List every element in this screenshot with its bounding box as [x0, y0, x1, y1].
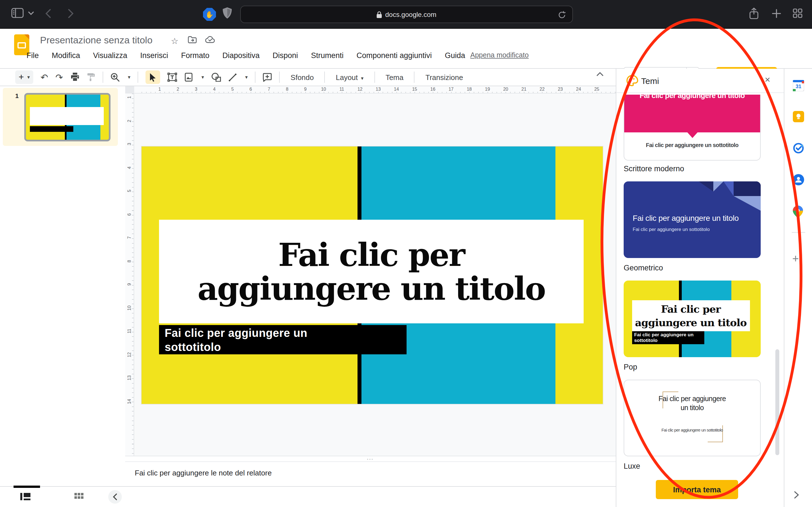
svg-text:31: 31: [796, 83, 801, 89]
ruler-number: 23: [551, 86, 569, 93]
maps-icon[interactable]: [793, 206, 804, 217]
import-theme-button[interactable]: Importa tema: [656, 480, 738, 499]
background-button[interactable]: Sfondo: [287, 73, 317, 81]
theme-button[interactable]: Tema: [382, 73, 407, 81]
caret-down-icon: ▾: [361, 75, 363, 81]
keep-icon[interactable]: [793, 111, 804, 122]
slide-number: 1: [15, 93, 18, 99]
collapse-toolbar-icon[interactable]: [597, 72, 603, 76]
paint-format-icon: [87, 73, 95, 82]
panel-scrollbar[interactable]: [775, 349, 779, 455]
transition-button[interactable]: Transizione: [422, 73, 466, 81]
slide-editor[interactable]: Fai clic per aggiungere un titolo Fai cl…: [142, 147, 603, 404]
ruler-number: 7: [125, 233, 134, 242]
forward-icon[interactable]: [68, 8, 74, 18]
document-title[interactable]: Presentazione senza titolo: [40, 35, 153, 46]
ruler-number: 9: [296, 86, 315, 93]
last-modified-link[interactable]: Appena modificato: [470, 51, 529, 59]
themes-panel-title: Temi: [641, 76, 659, 86]
theme-card-scrittore-moderno[interactable]: Fai clic per aggiungere un titolo Fai cl…: [624, 95, 761, 161]
slide-thumbnail-row[interactable]: 1: [3, 88, 118, 146]
menu-guida[interactable]: Guida: [445, 51, 465, 60]
address-url: docs.google.com: [385, 10, 436, 18]
speaker-notes[interactable]: Fai clic per aggiungere le note del rela…: [125, 461, 616, 486]
add-addon-icon[interactable]: +: [792, 252, 799, 265]
expand-panel-icon[interactable]: [794, 491, 799, 499]
ruler-number: 14: [388, 86, 406, 93]
new-tab-icon[interactable]: [772, 9, 781, 18]
ruler-number: 12: [125, 350, 134, 359]
slide-title-placeholder[interactable]: Fai clic per aggiungere un titolo: [159, 220, 583, 323]
menu-modifica[interactable]: Modifica: [52, 51, 80, 60]
theme-card-pop[interactable]: Fai clic per aggiungere un titolo Fai cl…: [624, 281, 761, 357]
active-view-indicator: [13, 486, 40, 488]
close-panel-icon[interactable]: ×: [765, 74, 770, 86]
menu-inserisci[interactable]: Inserisci: [140, 51, 168, 60]
menu-componenti-aggiuntivi[interactable]: Componenti aggiuntivi: [356, 51, 432, 60]
grid-view-icon[interactable]: [74, 493, 84, 499]
cloud-saved-icon[interactable]: [205, 36, 215, 43]
ruler-number: 21: [515, 86, 533, 93]
shield-extension-icon[interactable]: [223, 7, 232, 18]
tasks-icon[interactable]: [793, 143, 804, 154]
ruler-number: 10: [125, 304, 134, 312]
zoom-dropdown-caret[interactable]: ▾: [128, 74, 130, 80]
ruler-number: 4: [205, 86, 223, 93]
slide-filmstrip: 1: [0, 86, 125, 486]
menu-file[interactable]: File: [27, 51, 39, 60]
sidebar-toggle-icon[interactable]: [11, 8, 24, 18]
menu-diapositiva[interactable]: Diapositiva: [222, 51, 260, 60]
ruler-number: 10: [314, 86, 333, 93]
image-dropdown-caret[interactable]: ▾: [201, 74, 204, 80]
ruler-number: 8: [125, 257, 134, 265]
select-tool-button[interactable]: [146, 70, 160, 84]
star-icon[interactable]: ☆: [171, 36, 179, 46]
divider: [792, 232, 805, 233]
collapse-filmstrip-button[interactable]: [108, 490, 122, 504]
insert-image-icon[interactable]: [185, 73, 193, 82]
menu-formato[interactable]: Formato: [181, 51, 209, 60]
menu-bar: File Modifica Visualizza Inserisci Forma…: [27, 51, 465, 60]
share-icon[interactable]: [749, 7, 759, 20]
slide-subtitle-placeholder[interactable]: Fai clic per aggiungere un sottotitolo: [159, 325, 407, 354]
theme-name: Geometrico: [624, 264, 663, 272]
insert-shape-icon[interactable]: [211, 73, 221, 82]
tab-overview-icon[interactable]: [793, 8, 802, 18]
contacts-icon[interactable]: [793, 174, 804, 185]
theme-name: Scrittore moderno: [624, 165, 684, 173]
redo-icon[interactable]: ↷: [56, 72, 63, 82]
calendar-icon[interactable]: 31: [793, 80, 804, 91]
theme-card-luxe[interactable]: Fai clic per aggiungere un titolo Fai cl…: [624, 380, 761, 456]
undo-icon[interactable]: ↶: [41, 72, 48, 82]
filmstrip-view-icon[interactable]: [20, 493, 31, 500]
ruler-number: 12: [351, 86, 369, 93]
print-icon[interactable]: [70, 73, 79, 82]
new-slide-button[interactable]: + ▾: [15, 70, 33, 84]
ruler-number: 11: [333, 86, 351, 93]
ruler-number: 25: [588, 86, 606, 93]
notes-resize-handle[interactable]: ⋯: [125, 456, 616, 461]
menu-visualizza[interactable]: Visualizza: [93, 51, 127, 60]
slide-1-thumbnail[interactable]: [24, 93, 110, 142]
line-dropdown-caret[interactable]: ▾: [245, 74, 248, 80]
ruler-number: 18: [460, 86, 478, 93]
ruler-number: 13: [369, 86, 388, 93]
menu-disponi[interactable]: Disponi: [273, 51, 298, 60]
ruler-number: 24: [569, 86, 588, 93]
text-box-icon[interactable]: [167, 73, 177, 82]
insert-line-icon[interactable]: [229, 73, 237, 81]
content-blocker-extension-icon[interactable]: ✋: [203, 8, 216, 21]
move-folder-icon[interactable]: [188, 36, 197, 43]
layout-button[interactable]: Layout ▾: [333, 73, 367, 81]
address-bar[interactable]: docs.google.com: [240, 6, 573, 23]
ruler-number: 14: [125, 397, 134, 406]
reload-icon[interactable]: [558, 11, 566, 19]
insert-comment-icon[interactable]: [263, 73, 272, 82]
menu-strumenti[interactable]: Strumenti: [311, 51, 344, 60]
back-icon[interactable]: [45, 8, 51, 18]
zoom-icon[interactable]: [110, 73, 119, 82]
theme-card-geometrico[interactable]: Fai clic per aggiungere un titolo Fai cl…: [624, 181, 761, 258]
ruler-number: 2: [125, 117, 134, 125]
sidebar-chevron-icon[interactable]: [28, 11, 34, 15]
ruler-number: 19: [478, 86, 497, 93]
